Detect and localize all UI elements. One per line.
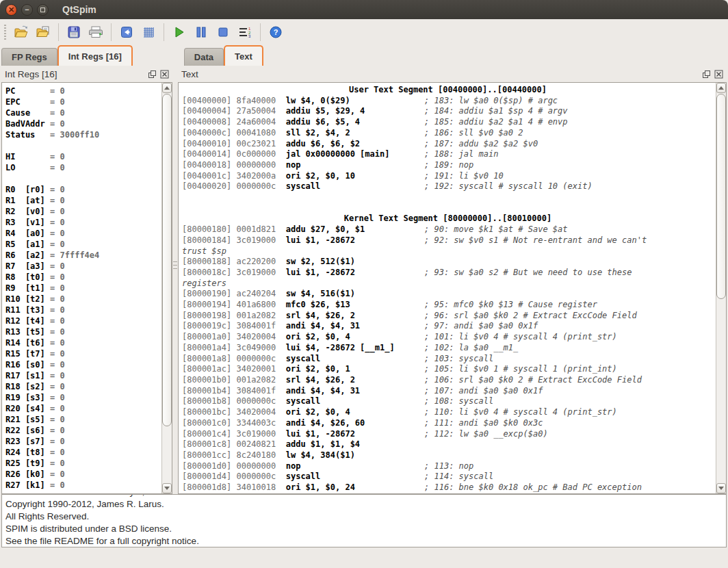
register-row: LO = 0 [5,162,159,173]
code-line: [00400004] 27a50004 addiu $5, $29, 4 ; 1… [182,106,714,117]
register-row: R17 [s1] = 0 [5,370,159,381]
svg-text:?: ? [274,28,278,36]
titlebar: ✕ − QtSpim [0,0,728,19]
code-line: [800001d4] 0000000c syscall ; 114: sysca… [182,472,714,482]
tab-strip: FP RegsInt Regs [16] DataText [0,45,728,66]
register-row: R24 [t8] = 0 [5,447,159,458]
close-panel-icon[interactable] [714,69,724,79]
register-row: R9 [t1] = 0 [5,283,159,294]
int-regs-view: PC = 0EPC = 0Cause = 0BadVAddr = 0Status… [1,82,172,494]
message-line: See the file README for a full copyright… [5,535,726,547]
toolbar-drag-handle[interactable] [4,25,6,40]
messages-area[interactable]: SPIM Version 9.1.5 of February 4, 2012Co… [1,494,727,547]
code-line: [800001d0] 00000000 nop ; 113: nop [182,461,714,472]
scroll-down-icon[interactable] [162,483,172,493]
code-line: [800001ac] 34020001 ori $2, $0, 1 ; 105:… [182,364,714,375]
register-row: R0 [r0] = 0 [5,184,159,195]
register-row: PC = 0 [5,86,159,96]
int-regs-scrollbar[interactable] [161,83,172,493]
code-line: [800001b4] 3084001f andi $4, $4, 31 ; 10… [182,386,714,397]
code-line: [00400014] 0c000000 jal 0x00000000 [main… [182,149,714,160]
main-area: Int Regs [16] PC = 0EPC = 0Cause = 0BadV… [0,66,728,494]
toolbar-separator [111,23,112,41]
register-row: Cause = 0 [5,107,159,118]
register-row: R25 [t9] = 0 [5,458,159,469]
close-panel-icon[interactable] [159,69,170,79]
register-row: R22 [s6] = 0 [5,425,159,436]
code-line: [800001b8] 0000000c syscall ; 108: sysca… [182,396,714,407]
code-line: [800001bc] 34020004 ori $2, $0, 4 ; 110:… [182,407,714,418]
register-row: R13 [t5] = 0 [5,326,159,337]
reinit-simulator-icon[interactable] [116,22,138,42]
text-panel: Text User Text Segment [00400000]..[0044… [178,66,727,494]
register-row: R15 [t7] = 0 [5,348,159,359]
run-icon[interactable] [168,22,190,42]
svg-text:3: 3 [248,34,251,38]
text-scrollbar[interactable] [716,83,726,493]
code-line: [800001cc] 8c240180 lw $4, 384($1) [182,450,714,461]
tab-int-regs-16[interactable]: Int Regs [16] [57,45,133,66]
scroll-down-icon[interactable] [716,483,726,493]
float-panel-icon[interactable] [701,69,712,79]
reinit-load-file-icon[interactable] [32,22,54,42]
code-line: [8000019c] 3084001f andi $4, $4, 31 ; 97… [182,321,714,332]
int-regs-panel-title: Int Regs [16] [5,69,57,79]
message-line: SPIM is distributed under a BSD license. [5,523,726,535]
register-row: R1 [at] = 0 [5,195,159,206]
toolbar: 123? [0,19,728,45]
minimize-button[interactable]: − [21,4,33,16]
register-row: R23 [s7] = 0 [5,436,159,447]
register-row: HI = 0 [5,151,159,162]
register-row: R27 [k1] = 0 [5,480,159,491]
close-button[interactable]: ✕ [5,4,17,16]
code-line: [0040000c] 00041080 sll $2, $4, 2 ; 186:… [182,128,714,139]
int-regs-panel-header: Int Regs [16] [1,66,172,82]
code-wrap-line: registers [182,279,714,289]
qtspim-window: ✕ − QtSpim 123? FP RegsInt Regs [16] Dat… [0,0,728,568]
print-icon[interactable] [85,22,107,42]
scroll-up-icon[interactable] [162,83,172,93]
register-row: R7 [a3] = 0 [5,261,159,272]
tab-fp-regs[interactable]: FP Regs [1,48,57,66]
register-row: R2 [v0] = 0 [5,206,159,217]
code-line: [0040001c] 3402000a ori $2, $0, 10 ; 191… [182,171,714,182]
code-line: [00400000] 8fa40000 lw $4, 0($29) ; 183:… [182,96,714,107]
single-step-icon[interactable]: 123 [234,22,256,42]
save-log-icon[interactable] [63,22,85,42]
float-panel-icon[interactable] [147,69,157,79]
register-row: R18 [s2] = 0 [5,381,159,392]
tab-text[interactable]: Text [224,45,263,66]
code-line: [80000180] 0001d821 addu $27, $0, $1 ; 9… [182,224,714,235]
text-panel-title: Text [181,69,198,79]
load-file-icon[interactable] [10,22,32,42]
pause-icon[interactable] [190,22,212,42]
code-line: [80000188] ac220200 sw $2, 512($1) [182,257,714,268]
register-row: EPC = 0 [5,96,159,107]
tab-data[interactable]: Data [184,48,224,66]
toolbar-separator [260,23,261,41]
code-line: [800001c4] 3c019000 lui $1, -28672 ; 112… [182,429,714,440]
register-row: Status = 3000ff10 [5,129,159,140]
code-wrap-line: trust $sp [182,246,714,257]
scroll-up-icon[interactable] [716,83,726,93]
code-line: [800001a0] 34020004 ori $2, $0, 4 ; 101:… [182,332,714,343]
register-row: R26 [k0] = 0 [5,469,159,480]
status-bar [0,547,728,568]
int-regs-scroll-thumb[interactable] [162,94,172,426]
register-row [5,173,159,184]
code-line: [80000184] 3c019000 lui $1, -28672 ; 92:… [182,235,714,246]
text-scroll-thumb[interactable] [716,94,726,299]
text-panel-header: Text [178,66,727,82]
register-row: R10 [t2] = 0 [5,294,159,305]
maximize-button[interactable] [37,4,49,16]
clear-registers-icon[interactable] [138,22,159,42]
code-line: [00400010] 00c23021 addu $6, $6, $2 ; 18… [182,139,714,150]
panel-splitter[interactable] [172,66,178,494]
stop-icon[interactable] [212,22,234,42]
code-line: [800001b0] 001a2082 srl $4, $26, 2 ; 106… [182,375,714,386]
segment-header: Kernel Text Segment [80000000]..[8001000… [182,214,714,224]
code-line: [80000198] 001a2082 srl $4, $26, 2 ; 96:… [182,311,714,322]
segment-header: User Text Segment [00400000]..[00440000] [182,85,714,96]
help-icon[interactable]: ? [265,22,287,42]
code-blank-line [182,203,714,214]
